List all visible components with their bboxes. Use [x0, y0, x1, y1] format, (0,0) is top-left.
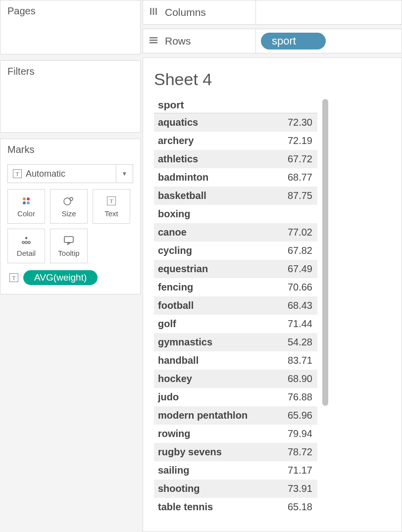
- marks-text-encoding-row: T AVG(weight): [0, 263, 140, 285]
- table-row[interactable]: cycling67.82: [154, 242, 317, 260]
- row-label: table tennis: [154, 501, 278, 513]
- table-row[interactable]: basketball87.75: [154, 187, 317, 205]
- marks-text-card[interactable]: T Text: [93, 189, 130, 224]
- row-label: athletics: [154, 153, 278, 165]
- table-row[interactable]: canoe77.02: [154, 223, 317, 242]
- row-value: 67.72: [278, 153, 317, 165]
- row-value: 72.30: [278, 117, 317, 128]
- table-row[interactable]: football68.43: [154, 296, 317, 315]
- marks-detail-label: Detail: [17, 249, 36, 257]
- marks-detail-card[interactable]: Detail: [7, 229, 45, 263]
- row-value: 73.91: [278, 483, 317, 494]
- table-row[interactable]: equestrian67.49: [154, 260, 317, 278]
- filters-title: Filters: [0, 61, 140, 82]
- row-label: sailing: [154, 465, 278, 476]
- dimension-pill-sport[interactable]: sport: [261, 33, 326, 49]
- table-row[interactable]: rowing79.94: [154, 425, 317, 443]
- columns-shelf-label: Columns: [165, 6, 206, 18]
- side-panels: Pages Filters Marks T Automatic ▼: [0, 0, 143, 532]
- marks-color-card[interactable]: Color: [7, 189, 45, 224]
- row-label: archery: [154, 135, 278, 146]
- row-value: 78.72: [278, 446, 317, 458]
- table-row[interactable]: shooting73.91: [154, 480, 317, 498]
- row-value: 65.96: [278, 410, 317, 421]
- svg-point-3: [27, 201, 30, 204]
- row-value: 79.94: [278, 428, 317, 439]
- viz-canvas: Sheet 4 sport aquatics72.30archery72.19a…: [143, 57, 402, 532]
- row-value: 77.02: [278, 227, 317, 238]
- row-value: 65.18: [278, 501, 317, 513]
- table-row[interactable]: table tennis65.18: [154, 498, 317, 516]
- row-value: 76.88: [278, 391, 317, 403]
- columns-shelf[interactable]: Columns: [143, 0, 402, 25]
- app-root: Pages Filters Marks T Automatic ▼: [0, 0, 402, 532]
- rows-shelf-dropzone[interactable]: sport: [256, 29, 402, 53]
- pages-title: Pages: [0, 0, 140, 22]
- marks-tooltip-card[interactable]: Tooltip: [50, 229, 88, 263]
- row-value: 71.44: [278, 318, 317, 330]
- row-label: golf: [154, 318, 278, 330]
- row-label: modern pentathlon: [154, 410, 278, 421]
- scrollbar-thumb[interactable]: [322, 99, 328, 406]
- svg-rect-10: [64, 237, 73, 242]
- size-icon: [63, 195, 75, 206]
- table-row[interactable]: boxing: [154, 205, 317, 223]
- worksheet-area: Columns Rows sport Sheet 4 sport aquatic…: [143, 0, 402, 532]
- table-row[interactable]: gymnastics54.28: [154, 333, 317, 351]
- vertical-scrollbar[interactable]: [322, 99, 328, 532]
- marks-tooltip-label: Tooltip: [58, 249, 79, 257]
- row-label: canoe: [154, 227, 278, 238]
- text-mark-icon: T: [9, 273, 18, 282]
- table-row[interactable]: handball83.71: [154, 351, 317, 370]
- marks-title: Marks: [0, 139, 140, 160]
- measure-pill-avg-weight[interactable]: AVG(weight): [23, 270, 98, 285]
- row-value: 87.75: [278, 190, 317, 201]
- row-label: football: [154, 300, 278, 311]
- mark-type-dropdown[interactable]: T Automatic ▼: [7, 164, 133, 183]
- row-value: 67.49: [278, 263, 317, 275]
- sheet-title[interactable]: Sheet 4: [154, 70, 397, 89]
- columns-shelf-dropzone[interactable]: [256, 0, 402, 24]
- table-row[interactable]: athletics67.72: [154, 150, 317, 168]
- table-body: aquatics72.30archery72.19athletics67.72b…: [154, 113, 317, 516]
- svg-point-1: [27, 197, 30, 200]
- table-row[interactable]: archery72.19: [154, 132, 317, 150]
- pages-shelf[interactable]: Pages: [0, 0, 141, 54]
- row-value: 68.90: [278, 373, 317, 385]
- svg-point-5: [70, 197, 73, 200]
- row-value: 54.28: [278, 337, 317, 348]
- tooltip-icon: [63, 235, 74, 246]
- svg-point-2: [23, 201, 26, 204]
- row-value: 83.71: [278, 355, 317, 366]
- svg-rect-15: [150, 40, 157, 41]
- table-row[interactable]: hockey68.90: [154, 370, 317, 388]
- table-row[interactable]: aquatics72.30: [154, 113, 317, 132]
- rows-shelf-label-cell: Rows: [143, 29, 256, 53]
- filters-shelf[interactable]: Filters: [0, 60, 141, 133]
- marks-size-card[interactable]: Size: [50, 189, 88, 224]
- rows-icon: [149, 35, 158, 47]
- mark-type-selected: T Automatic: [8, 169, 116, 179]
- row-value: 68.43: [278, 300, 317, 311]
- row-label: boxing: [154, 208, 278, 220]
- table-row[interactable]: modern pentathlon65.96: [154, 406, 317, 425]
- chevron-down-icon[interactable]: ▼: [116, 165, 133, 183]
- svg-rect-14: [150, 37, 157, 39]
- columns-icon: [149, 6, 158, 18]
- table-row[interactable]: rugby sevens78.72: [154, 443, 317, 461]
- svg-rect-13: [155, 8, 157, 15]
- table-row[interactable]: badminton68.77: [154, 168, 317, 187]
- text-mark-icon: T: [13, 169, 22, 178]
- svg-rect-12: [153, 8, 154, 15]
- rows-shelf[interactable]: Rows sport: [143, 29, 402, 53]
- row-label: judo: [154, 391, 278, 403]
- svg-point-6: [25, 237, 27, 239]
- mark-type-label: Automatic: [26, 169, 65, 179]
- table-row[interactable]: golf71.44: [154, 315, 317, 333]
- table-row[interactable]: sailing71.17: [154, 461, 317, 480]
- table-column-header[interactable]: sport: [154, 99, 317, 113]
- table-row[interactable]: fencing70.66: [154, 278, 317, 296]
- table-row[interactable]: judo76.88: [154, 388, 317, 406]
- row-label: handball: [154, 355, 278, 366]
- text-icon: T: [107, 195, 116, 206]
